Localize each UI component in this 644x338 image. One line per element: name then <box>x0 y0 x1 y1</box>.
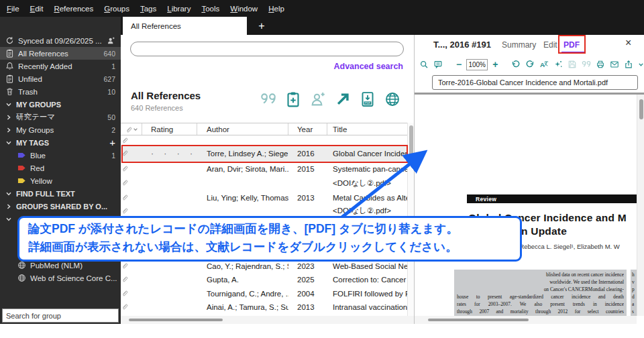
sidebar-item-synced-at-09-26-2025[interactable]: Synced at 09/26/2025 ... <box>0 34 121 47</box>
scrollbar-thumb[interactable] <box>428 319 529 321</box>
pdf-horizontal-scrollbar[interactable] <box>415 316 637 324</box>
cell-title: Web-Based Social Net <box>327 262 407 270</box>
chevron-down-icon <box>638 62 644 68</box>
undo-icon[interactable] <box>511 60 521 69</box>
detail-header: T..., 2016 #191 Summary Edit PDF × <box>415 35 644 55</box>
printer-icon[interactable] <box>596 60 605 69</box>
translate-icon[interactable]: A <box>539 60 549 69</box>
sidebar-item-trash[interactable]: Trash10 <box>0 85 121 98</box>
group-search-input[interactable] <box>6 312 107 320</box>
reference-row[interactable]: · · · · · Torre, Lindsey A.; Siege... 20… <box>121 146 407 162</box>
horizontal-scrollbar[interactable] <box>121 316 414 324</box>
reference-row[interactable]: <DOIなし②.pdf> <box>121 176 407 190</box>
clipboard-plus-icon[interactable] <box>285 91 301 107</box>
sidebar-item-label: Trash <box>18 88 38 96</box>
chevron-down-icon[interactable] <box>615 42 621 48</box>
new-tab-button[interactable]: + <box>252 17 271 35</box>
cell-year: 2015 <box>288 165 327 173</box>
redo-icon[interactable] <box>525 60 535 69</box>
scrollbar-thumb[interactable] <box>409 125 413 164</box>
menu-item-library[interactable]: Library <box>162 5 196 13</box>
reference-row[interactable]: Tournigand, C.; Andre, ... 2004 FOLFIRI … <box>121 286 407 300</box>
tab-all-references[interactable]: All References <box>123 17 247 35</box>
menu-item-tools[interactable]: Tools <box>196 5 225 13</box>
menu-item-groups[interactable]: Groups <box>99 5 135 13</box>
menu-item-edit[interactable]: Edit <box>25 5 49 13</box>
chevron-right-icon[interactable] <box>5 203 12 210</box>
ai-icon[interactable] <box>553 60 563 69</box>
chevron-right-icon[interactable] <box>5 127 12 133</box>
sidebar-item-red[interactable]: Red <box>0 162 121 174</box>
menu-item-references[interactable]: References <box>48 5 99 13</box>
pdf-download-icon[interactable]: PDF <box>360 91 376 107</box>
sidebar-item-groups-shared-by-o[interactable]: GROUPS SHARED BY O... <box>0 200 121 213</box>
mail-icon[interactable] <box>610 60 619 69</box>
tab-pdf[interactable]: PDF <box>564 40 580 50</box>
column-rating[interactable]: Rating <box>142 123 197 135</box>
globe-icon[interactable] <box>384 91 400 107</box>
floppy-icon[interactable] <box>568 60 577 69</box>
sidebar-item-label: GROUPS SHARED BY O... <box>16 203 107 211</box>
sidebar-item-all-references[interactable]: All References640 <box>0 47 121 60</box>
sidebar-item-label: PubMed (NLM) <box>30 262 83 270</box>
attachment-select[interactable]: Torre-2016-Global Cancer Incidence and M… <box>432 75 638 90</box>
quote-icon[interactable] <box>260 91 276 107</box>
column-attachment[interactable] <box>121 123 142 135</box>
menu-item-file[interactable]: File <box>1 5 25 13</box>
chevron-down-icon[interactable] <box>5 216 12 223</box>
zoom-in-button[interactable]: + <box>492 60 498 69</box>
zoom-out-button[interactable]: − <box>456 60 462 69</box>
add-tag-button[interactable]: + <box>109 137 115 148</box>
reference-row[interactable]: Liu, Ying; Kelly, Thomas... 2013 Metal C… <box>121 190 407 205</box>
scrollbar-thumb[interactable] <box>129 319 223 321</box>
advanced-search-link[interactable]: Advanced search <box>333 62 403 71</box>
reference-row[interactable] <box>121 135 407 146</box>
sidebar-item-find-full-text[interactable]: FIND FULL TEXT <box>0 187 121 200</box>
menu-bar: FileEditReferencesGroupsTagsLibraryTools… <box>0 0 644 17</box>
page-title: All References <box>131 90 201 101</box>
reference-row[interactable]: Gupta, A. 2025 Correction to: Cancer <box>121 273 407 286</box>
zoom-level-input[interactable]: 100% <box>466 59 488 70</box>
sidebar-item-yellow[interactable]: Yellow <box>0 174 121 187</box>
sidebar-item-unfiled[interactable]: Unfiled627 <box>0 72 121 85</box>
sidebar-item-web-of-science-core-c[interactable]: Web of Science Core C... <box>0 272 121 284</box>
sidebar-item-recently-added[interactable]: Recently Added1 <box>0 60 121 72</box>
chevron-down-icon[interactable] <box>5 101 12 108</box>
chevron-right-icon[interactable] <box>5 114 12 121</box>
column-title[interactable]: Title <box>327 123 407 135</box>
share-arrow-icon[interactable] <box>335 91 351 107</box>
close-icon[interactable]: × <box>625 37 631 49</box>
rating-dots: · · · · · <box>151 149 197 158</box>
scrollbar-thumb[interactable] <box>639 99 643 119</box>
export-icon[interactable] <box>624 60 633 69</box>
sidebar-item-blue[interactable]: Blue1 <box>0 149 121 162</box>
tab-edit[interactable]: Edit <box>543 40 557 50</box>
menu-item-help[interactable]: Help <box>263 5 290 13</box>
menu-item-tags[interactable]: Tags <box>135 5 162 13</box>
menu-item-window[interactable]: Window <box>225 5 263 13</box>
sidebar-item-my-groups[interactable]: MY GROUPS <box>0 98 121 111</box>
tab-summary[interactable]: Summary <box>502 40 536 50</box>
pdf-vertical-scrollbar[interactable] <box>637 95 644 316</box>
gear-icon[interactable] <box>604 40 614 50</box>
chevron-down-icon[interactable] <box>5 190 12 197</box>
quote-icon[interactable] <box>582 60 591 69</box>
magnifier-icon[interactable] <box>419 60 429 69</box>
person-plus-icon[interactable] <box>310 91 326 107</box>
reference-row[interactable]: Aran, Dvir; Sirota, Mari... 2015 Systema… <box>121 162 407 176</box>
column-year[interactable]: Year <box>288 123 327 135</box>
count-badge: 50 <box>107 113 115 121</box>
reference-row[interactable]: <DOIなし②.pdf> <box>121 205 407 217</box>
sidebar-item-my-groups[interactable]: My Groups2 <box>0 123 121 136</box>
sidebar-item-my-tags[interactable]: MY TAGS+ <box>0 136 121 149</box>
cell-title: Intranasal vaccination <box>327 303 407 311</box>
chevron-down-icon[interactable] <box>5 139 12 146</box>
detail-panel: T..., 2016 #191 Summary Edit PDF × −100%… <box>414 35 644 324</box>
sidebar-item-section[interactable]: 研究テーマ50 <box>0 111 121 123</box>
simple-search-input[interactable] <box>136 45 389 53</box>
open-in-new-window-icon[interactable] <box>588 40 598 50</box>
column-author[interactable]: Author <box>197 123 288 135</box>
comment-icon[interactable] <box>433 60 443 69</box>
reference-row[interactable]: Ainai, A.; Tamura, S.; Su... 2013 Intran… <box>121 300 407 314</box>
sidebar-item-label: FIND FULL TEXT <box>16 190 75 198</box>
